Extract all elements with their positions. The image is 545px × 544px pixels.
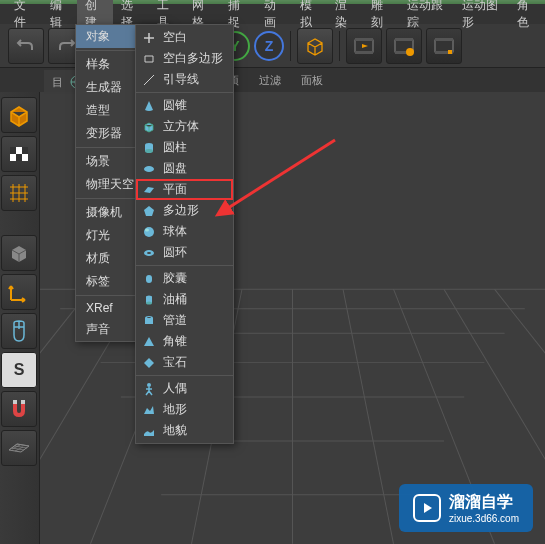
submenu-label: 立方体 xyxy=(163,118,199,135)
axis-tool-icon[interactable] xyxy=(1,274,37,310)
svg-rect-41 xyxy=(146,275,152,283)
svg-line-25 xyxy=(343,289,394,544)
poly-empty-icon xyxy=(142,52,156,66)
left-toolbar: S xyxy=(0,92,40,544)
checker-tool-icon[interactable] xyxy=(1,136,37,172)
submenu-item-sphere[interactable]: 球体 xyxy=(136,221,233,242)
submenu-label: 球体 xyxy=(163,223,187,240)
menubar: 文件编辑创建选择工具网格捕捉动画模拟渲染雕刻运动跟踪运动图形角色 xyxy=(0,4,545,24)
cone-icon xyxy=(142,99,156,113)
submenu-item-pyramid[interactable]: 角锥 xyxy=(136,331,233,352)
submenu-item-cube[interactable]: 立方体 xyxy=(136,116,233,137)
render-button-3[interactable] xyxy=(426,28,462,64)
svg-rect-14 xyxy=(13,400,17,404)
plane-icon xyxy=(142,183,156,197)
submenu-item-cylinder[interactable]: 圆柱 xyxy=(136,137,233,158)
pyramid-icon xyxy=(142,335,156,349)
viewport-menu-item[interactable]: 过滤 xyxy=(259,73,281,88)
submenu-label: 管道 xyxy=(163,312,187,329)
cube-icon xyxy=(142,120,156,134)
submenu-label: 圆盘 xyxy=(163,160,187,177)
watermark-title: 溜溜自学 xyxy=(449,492,519,513)
object-submenu: 空白空白多边形引导线圆锥立方体圆柱圆盘平面多边形球体圆环胶囊油桶管道角锥宝石人偶… xyxy=(135,24,234,444)
svg-point-36 xyxy=(144,166,154,172)
submenu-label: 圆锥 xyxy=(163,97,187,114)
svg-rect-15 xyxy=(21,400,25,404)
viewport-menu-item[interactable]: 面板 xyxy=(301,73,323,88)
menu-item[interactable]: 角色 xyxy=(509,0,545,33)
svg-point-37 xyxy=(144,227,154,237)
svg-point-48 xyxy=(147,383,151,387)
mouse-tool-icon[interactable] xyxy=(1,313,37,349)
grid-tool-icon[interactable] xyxy=(1,175,37,211)
render-button-1[interactable] xyxy=(346,28,382,64)
submenu-label: 平面 xyxy=(163,181,187,198)
submenu-item-guide[interactable]: 引导线 xyxy=(136,69,233,90)
submenu-label: 多边形 xyxy=(163,202,199,219)
landscape-icon xyxy=(142,403,156,417)
platonic-icon xyxy=(142,356,156,370)
submenu-label: 空白多边形 xyxy=(163,50,223,67)
submenu-item-torus[interactable]: 圆环 xyxy=(136,242,233,263)
magnet-tool-icon[interactable] xyxy=(1,391,37,427)
svg-rect-11 xyxy=(10,147,16,154)
submenu-label: 地貌 xyxy=(163,422,187,439)
submenu-label: 胶囊 xyxy=(163,270,187,287)
submenu-item-landscape[interactable]: 地形 xyxy=(136,399,233,420)
oiltank-icon xyxy=(142,293,156,307)
guide-icon xyxy=(142,73,156,87)
submenu-item-null-obj[interactable]: 空白 xyxy=(136,27,233,48)
torus-icon xyxy=(142,246,156,260)
cube-tool-icon[interactable] xyxy=(1,97,37,133)
submenu-label: 圆环 xyxy=(163,244,187,261)
menu-item[interactable]: 运动图形 xyxy=(454,0,509,33)
axis-z-toggle[interactable]: Z xyxy=(254,31,284,61)
tube-icon xyxy=(142,314,156,328)
watermark-url: zixue.3d66.com xyxy=(449,513,519,524)
cube-preset[interactable] xyxy=(297,28,333,64)
watermark: 溜溜自学 zixue.3d66.com xyxy=(399,484,533,532)
solid-cube-icon[interactable] xyxy=(1,235,37,271)
menu-item[interactable]: 动画 xyxy=(256,0,292,33)
submenu-label: 地形 xyxy=(163,401,187,418)
submenu-label: 空白 xyxy=(163,29,187,46)
submenu-item-oiltank[interactable]: 油桶 xyxy=(136,289,233,310)
submenu-item-cone[interactable]: 圆锥 xyxy=(136,95,233,116)
svg-rect-8 xyxy=(435,38,453,41)
null-obj-icon xyxy=(142,31,156,45)
submenu-label: 人偶 xyxy=(163,380,187,397)
submenu-item-relief[interactable]: 地貌 xyxy=(136,420,233,441)
sphere-icon xyxy=(142,225,156,239)
submenu-label: 油桶 xyxy=(163,291,187,308)
submenu-label: 角锥 xyxy=(163,333,187,350)
submenu-item-tube[interactable]: 管道 xyxy=(136,310,233,331)
svg-rect-1 xyxy=(355,38,373,41)
submenu-label: 引导线 xyxy=(163,71,199,88)
submenu-item-figure[interactable]: 人偶 xyxy=(136,378,233,399)
capsule-icon xyxy=(142,272,156,286)
submenu-item-capsule[interactable]: 胶囊 xyxy=(136,268,233,289)
submenu-item-polygon[interactable]: 多边形 xyxy=(136,200,233,221)
polygon-icon xyxy=(142,204,156,218)
svg-rect-12 xyxy=(22,147,28,154)
menu-separator xyxy=(136,92,233,93)
relief-icon xyxy=(142,424,156,438)
play-icon xyxy=(413,494,441,522)
render-button-2[interactable] xyxy=(386,28,422,64)
svg-point-6 xyxy=(406,48,414,56)
svg-point-44 xyxy=(146,301,152,304)
menu-separator xyxy=(136,265,233,266)
svg-rect-13 xyxy=(16,154,22,161)
undo-button[interactable] xyxy=(8,28,44,64)
category-label: 目 xyxy=(52,75,63,90)
workplane-tool-icon[interactable] xyxy=(1,430,37,466)
submenu-item-plane[interactable]: 平面 xyxy=(136,179,233,200)
svg-rect-47 xyxy=(145,318,153,324)
s-tool-icon[interactable]: S xyxy=(1,352,37,388)
cylinder-icon xyxy=(142,141,156,155)
submenu-item-poly-empty[interactable]: 空白多边形 xyxy=(136,48,233,69)
submenu-item-disc[interactable]: 圆盘 xyxy=(136,158,233,179)
submenu-item-platonic[interactable]: 宝石 xyxy=(136,352,233,373)
svg-rect-2 xyxy=(355,51,373,54)
svg-point-35 xyxy=(145,149,153,153)
